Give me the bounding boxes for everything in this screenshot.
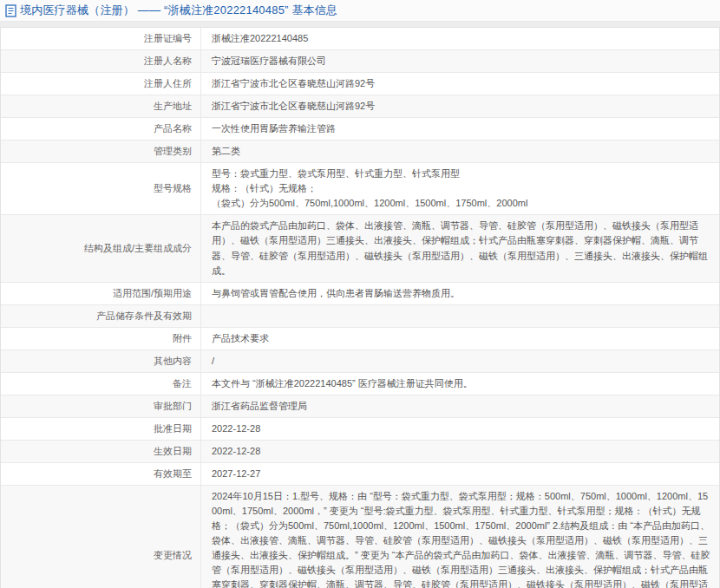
row-label: 附件 bbox=[1, 328, 201, 350]
table-row-effective-date: 生效日期 2022-12-28 bbox=[1, 441, 719, 463]
table-row-registrant-address: 注册人住所 浙江省宁波市北仑区春晓慈山河路92号 bbox=[1, 73, 719, 95]
page-title: 境内医疗器械（注册） —— “浙械注准20222140485” 基本信息 bbox=[20, 3, 337, 18]
row-value: 浙江省药品监督管理局 bbox=[201, 395, 719, 417]
row-label: 注册人住所 bbox=[1, 73, 201, 95]
table-row-change-history: 变更情况 2024年10月15日：1.型号、规格：由 “型号：袋式重力型、袋式泵… bbox=[1, 486, 719, 588]
table-row-intended-use: 适用范围/预期用途 与鼻饲管或胃管配合使用，供向患者胃肠输送营养物质用。 bbox=[1, 283, 719, 305]
table-row-remarks: 备注 本文件与 “浙械注准20222140485” 医疗器械注册证共同使用。 bbox=[1, 373, 719, 395]
row-label: 结构及组成/主要组成成分 bbox=[1, 215, 201, 281]
row-label: 注册人名称 bbox=[1, 50, 201, 72]
row-value: 浙江省宁波市北仑区春晓慈山河路92号 bbox=[201, 95, 719, 117]
table-row-approval-department: 审批部门 浙江省药品监督管理局 bbox=[1, 395, 719, 418]
row-value: 本文件与 “浙械注准20222140485” 医疗器械注册证共同使用。 bbox=[201, 373, 719, 395]
row-value: 浙械注准20222140485 bbox=[201, 28, 719, 49]
table-row-registration-number: 注册证编号 浙械注准20222140485 bbox=[1, 28, 719, 50]
row-value: 2024年10月15日：1.型号、规格：由 “型号：袋式重力型、袋式泵用型；规格… bbox=[201, 486, 719, 588]
table-row-structure-composition: 结构及组成/主要组成成分 本产品的袋式产品由加药口、袋体、出液接管、滴瓶、调节器… bbox=[1, 215, 719, 282]
document-icon bbox=[5, 4, 16, 17]
row-label: 备注 bbox=[1, 373, 201, 395]
row-label: 产品名称 bbox=[1, 118, 201, 140]
row-label: 审批部门 bbox=[1, 395, 201, 417]
registration-info-table: 注册证编号 浙械注准20222140485 注册人名称 宁波冠瑞医疗器械有限公司… bbox=[0, 27, 720, 588]
row-value: 宁波冠瑞医疗器械有限公司 bbox=[201, 50, 719, 72]
table-row-expiry-date: 有效期至 2027-12-27 bbox=[1, 463, 719, 486]
row-label: 有效期至 bbox=[1, 463, 201, 485]
table-row-management-category: 管理类别 第二类 bbox=[1, 140, 719, 163]
row-value: 产品技术要求 bbox=[201, 328, 719, 350]
row-value: 与鼻饲管或胃管配合使用，供向患者胃肠输送营养物质用。 bbox=[201, 283, 719, 304]
row-value: 一次性使用胃肠营养输注管路 bbox=[201, 118, 719, 140]
table-row-model-spec: 型号规格 型号：袋式重力型、袋式泵用型、针式重力型、针式泵用型 规格：（针式）无… bbox=[1, 163, 719, 215]
table-row-production-address: 生产地址 浙江省宁波市北仑区春晓慈山河路92号 bbox=[1, 95, 719, 118]
row-label: 其他内容 bbox=[1, 350, 201, 372]
table-row-storage-validity: 产品储存条件及有效期 bbox=[1, 305, 719, 328]
row-value: / bbox=[201, 350, 719, 372]
row-label: 批准日期 bbox=[1, 418, 201, 440]
row-label: 产品储存条件及有效期 bbox=[1, 305, 201, 327]
table-row-product-name: 产品名称 一次性使用胃肠营养输注管路 bbox=[1, 118, 719, 140]
table-row-other-content: 其他内容 / bbox=[1, 350, 719, 373]
row-label: 生效日期 bbox=[1, 441, 201, 462]
row-value: 本产品的袋式产品由加药口、袋体、出液接管、滴瓶、调节器、导管、硅胶管（泵用型适用… bbox=[201, 215, 719, 281]
row-value: 2022-12-28 bbox=[201, 418, 719, 440]
row-value bbox=[201, 312, 719, 319]
row-label: 管理类别 bbox=[1, 140, 201, 162]
table-row-registrant-name: 注册人名称 宁波冠瑞医疗器械有限公司 bbox=[1, 50, 719, 73]
row-value: 浙江省宁波市北仑区春晓慈山河路92号 bbox=[201, 73, 719, 95]
row-label: 适用范围/预期用途 bbox=[1, 283, 201, 304]
row-value: 2022-12-28 bbox=[201, 441, 719, 462]
page: 境内医疗器械（注册） —— “浙械注准20222140485” 基本信息 注册证… bbox=[0, 0, 720, 588]
table-row-approval-date: 批准日期 2022-12-28 bbox=[1, 418, 719, 441]
row-value: 型号：袋式重力型、袋式泵用型、针式重力型、针式泵用型 规格：（针式）无规格； （… bbox=[201, 163, 719, 214]
row-label: 生产地址 bbox=[1, 95, 201, 117]
row-label: 变更情况 bbox=[1, 486, 201, 588]
page-title-bar: 境内医疗器械（注册） —— “浙械注准20222140485” 基本信息 bbox=[0, 0, 720, 22]
row-value: 第二类 bbox=[201, 140, 719, 162]
row-label: 注册证编号 bbox=[1, 28, 201, 49]
row-label: 型号规格 bbox=[1, 163, 201, 214]
table-row-attachment: 附件 产品技术要求 bbox=[1, 328, 719, 350]
row-value: 2027-12-27 bbox=[201, 463, 719, 485]
